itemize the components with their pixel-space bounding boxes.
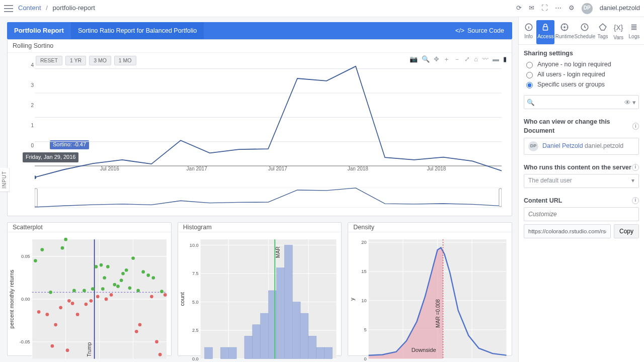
report-subtitle: Sortino Ratio Report for Balanced Portfo… bbox=[71, 22, 204, 39]
info-icon[interactable]: i bbox=[632, 197, 639, 204]
svg-text:7.5: 7.5 bbox=[192, 271, 199, 276]
svg-point-60 bbox=[66, 348, 69, 352]
svg-point-57 bbox=[51, 344, 54, 348]
person-link[interactable]: Daniel Petzold bbox=[542, 142, 583, 149]
search-icon: 🔍 bbox=[527, 98, 535, 107]
tab-tags[interactable]: Tags bbox=[595, 20, 610, 44]
info-icon[interactable]: i bbox=[632, 164, 639, 171]
svg-rect-105 bbox=[308, 336, 316, 359]
avatar[interactable]: DP bbox=[582, 3, 593, 14]
svg-text:percent monthly returns: percent monthly returns bbox=[9, 269, 15, 329]
histogram-panel: Histogram -0.050.000.050.02.55.07.510.0M… bbox=[178, 222, 342, 356]
viewer-card[interactable]: DP Daniel Petzold daniel.petzold bbox=[524, 138, 639, 155]
svg-rect-107 bbox=[324, 347, 332, 359]
rolling-sortino-chart[interactable] bbox=[35, 64, 502, 180]
svg-point-45 bbox=[120, 279, 123, 282]
report-title: Portfolio Report bbox=[7, 22, 71, 39]
svg-point-71 bbox=[150, 295, 153, 299]
info-icon[interactable]: i bbox=[632, 123, 639, 130]
reset-axes-icon[interactable]: ⌂ bbox=[474, 55, 478, 64]
svg-rect-101 bbox=[276, 268, 284, 359]
plotly-modebar: 📷 🔍 ✥ ＋ － ⤢ ⌂ 〰 ▬ ▮ bbox=[410, 55, 507, 64]
share-allusers[interactable]: All users - login required bbox=[524, 70, 639, 79]
tab-info[interactable]: Info bbox=[521, 20, 536, 44]
svg-text:0.0: 0.0 bbox=[192, 356, 199, 361]
tab-logs[interactable]: Logs bbox=[626, 20, 642, 44]
svg-rect-97 bbox=[245, 336, 253, 359]
scatterplot-panel: Scatterplot 20152016201720182019-0.050.0… bbox=[7, 222, 172, 356]
svg-point-73 bbox=[158, 353, 162, 356]
mail-icon[interactable]: ✉ bbox=[529, 4, 534, 13]
whocan-label: Who can view or change this Documenti bbox=[524, 117, 639, 135]
settings-sidebar: Info Access Runtime Schedule Tags {X}Var… bbox=[518, 17, 644, 362]
spike-icon[interactable]: 〰 bbox=[482, 55, 489, 64]
svg-rect-99 bbox=[260, 313, 268, 358]
svg-point-72 bbox=[155, 340, 158, 343]
svg-point-59 bbox=[59, 306, 62, 310]
svg-point-53 bbox=[151, 276, 155, 280]
autoscale-icon[interactable]: ⤢ bbox=[464, 55, 470, 64]
camera-icon[interactable]: 📷 bbox=[410, 55, 418, 64]
svg-point-65 bbox=[90, 299, 93, 303]
panel-header: Density bbox=[348, 223, 512, 232]
pan-icon[interactable]: ✥ bbox=[434, 55, 439, 64]
svg-text:0: 0 bbox=[364, 356, 367, 361]
refresh-icon[interactable]: ⟳ bbox=[516, 4, 522, 13]
user-search-input[interactable] bbox=[524, 95, 639, 109]
range-slider[interactable] bbox=[35, 188, 502, 208]
svg-point-42 bbox=[106, 265, 110, 268]
svg-text:Downside: Downside bbox=[412, 347, 436, 353]
tab-access[interactable]: Access bbox=[536, 20, 554, 44]
svg-point-33 bbox=[61, 246, 64, 250]
svg-point-39 bbox=[100, 263, 103, 267]
content-url-field[interactable] bbox=[524, 224, 611, 238]
source-code-button[interactable]: </> Source Code bbox=[447, 22, 512, 39]
visibility-icon[interactable]: 👁 ▾ bbox=[624, 98, 636, 107]
breadcrumb-root[interactable]: Content bbox=[18, 4, 41, 12]
tab-runtime[interactable]: Runtime bbox=[554, 20, 575, 44]
svg-point-30 bbox=[34, 259, 37, 262]
svg-text:-0.05: -0.05 bbox=[20, 339, 30, 344]
svg-point-61 bbox=[67, 299, 71, 303]
user-name[interactable]: daniel.petzold bbox=[600, 4, 640, 13]
svg-rect-106 bbox=[316, 347, 325, 359]
svg-text:5.0: 5.0 bbox=[192, 300, 199, 305]
svg-point-69 bbox=[135, 330, 138, 333]
svg-point-37 bbox=[91, 287, 95, 291]
zoomout-icon[interactable]: － bbox=[454, 55, 460, 64]
svg-point-38 bbox=[95, 265, 98, 268]
fullscreen-icon[interactable]: ⛶ bbox=[541, 4, 548, 13]
svg-point-70 bbox=[138, 323, 142, 327]
runas-select[interactable]: The default user▾ bbox=[524, 174, 639, 188]
svg-text:5: 5 bbox=[364, 327, 367, 332]
share-specific[interactable]: Specific users or groups bbox=[524, 80, 639, 89]
svg-rect-103 bbox=[292, 302, 300, 359]
sidebar-tabs: Info Access Runtime Schedule Tags {X}Var… bbox=[519, 20, 644, 45]
compare-icon[interactable]: ▮ bbox=[503, 55, 507, 64]
tab-vars[interactable]: {X}Vars bbox=[611, 20, 626, 44]
more-icon[interactable]: ⋯ bbox=[555, 4, 561, 13]
svg-text:10: 10 bbox=[362, 298, 367, 303]
zoomin-icon[interactable]: ＋ bbox=[443, 55, 450, 64]
svg-rect-98 bbox=[253, 325, 261, 359]
svg-rect-135 bbox=[543, 27, 548, 30]
hamburger-icon[interactable] bbox=[4, 5, 13, 12]
svg-rect-102 bbox=[284, 245, 292, 359]
scatterplot-chart: 20152016201720182019-0.050.000.05Trumpda… bbox=[8, 232, 171, 362]
svg-point-74 bbox=[164, 293, 167, 297]
panel-header: Scatterplot bbox=[8, 223, 171, 232]
hover-icon[interactable]: ▬ bbox=[493, 55, 499, 64]
share-anyone[interactable]: Anyone - no login required bbox=[524, 60, 639, 69]
report-header: Portfolio Report Sortino Ratio Report fo… bbox=[7, 22, 512, 39]
svg-point-35 bbox=[72, 289, 76, 293]
svg-text:10.0: 10.0 bbox=[189, 243, 198, 248]
custom-url-input[interactable] bbox=[524, 207, 639, 221]
svg-point-68 bbox=[110, 293, 113, 297]
zoom-icon[interactable]: 🔍 bbox=[422, 55, 430, 64]
copy-button[interactable]: Copy bbox=[614, 224, 639, 238]
gear-icon[interactable]: ⚙ bbox=[569, 4, 575, 13]
content-url-label: Content URLi bbox=[524, 196, 639, 205]
svg-point-52 bbox=[146, 274, 150, 277]
svg-point-48 bbox=[128, 287, 132, 290]
tab-schedule[interactable]: Schedule bbox=[575, 20, 595, 44]
